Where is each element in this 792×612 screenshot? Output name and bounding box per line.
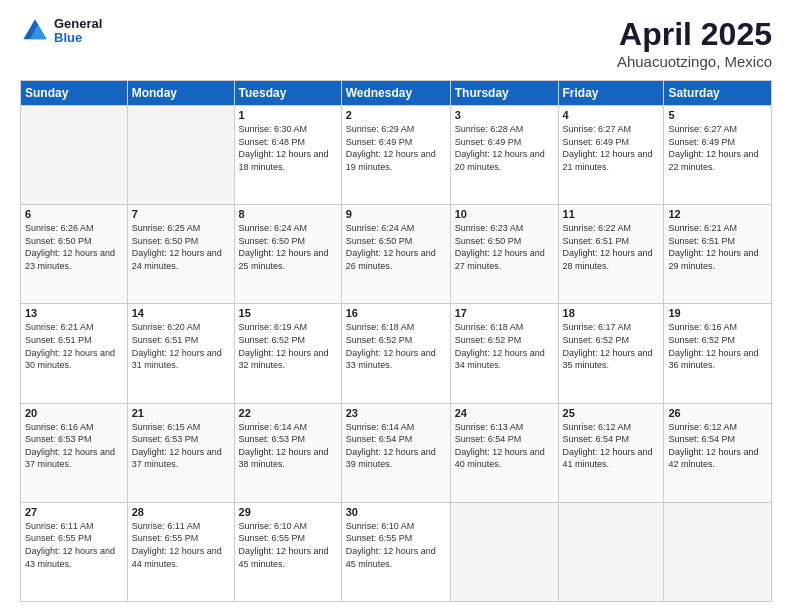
day-info: Sunrise: 6:16 AMSunset: 6:52 PMDaylight:… <box>668 321 767 371</box>
table-row: 29Sunrise: 6:10 AMSunset: 6:55 PMDayligh… <box>234 502 341 601</box>
col-saturday: Saturday <box>664 81 772 106</box>
day-info: Sunrise: 6:30 AMSunset: 6:48 PMDaylight:… <box>239 123 337 173</box>
day-info: Sunrise: 6:24 AMSunset: 6:50 PMDaylight:… <box>239 222 337 272</box>
day-number: 3 <box>455 109 554 121</box>
day-number: 12 <box>668 208 767 220</box>
day-number: 2 <box>346 109 446 121</box>
day-number: 17 <box>455 307 554 319</box>
day-number: 20 <box>25 407 123 419</box>
header: General Blue April 2025 Ahuacuotzingo, M… <box>20 16 772 70</box>
day-number: 27 <box>25 506 123 518</box>
day-number: 18 <box>563 307 660 319</box>
table-row: 26Sunrise: 6:12 AMSunset: 6:54 PMDayligh… <box>664 403 772 502</box>
day-number: 10 <box>455 208 554 220</box>
day-info: Sunrise: 6:26 AMSunset: 6:50 PMDaylight:… <box>25 222 123 272</box>
day-number: 11 <box>563 208 660 220</box>
table-row: 9Sunrise: 6:24 AMSunset: 6:50 PMDaylight… <box>341 205 450 304</box>
table-row: 27Sunrise: 6:11 AMSunset: 6:55 PMDayligh… <box>21 502 128 601</box>
table-row: 23Sunrise: 6:14 AMSunset: 6:54 PMDayligh… <box>341 403 450 502</box>
calendar-title: April 2025 <box>617 16 772 53</box>
day-info: Sunrise: 6:14 AMSunset: 6:54 PMDaylight:… <box>346 421 446 471</box>
table-row: 18Sunrise: 6:17 AMSunset: 6:52 PMDayligh… <box>558 304 664 403</box>
calendar-subtitle: Ahuacuotzingo, Mexico <box>617 53 772 70</box>
table-row: 1Sunrise: 6:30 AMSunset: 6:48 PMDaylight… <box>234 106 341 205</box>
day-number: 16 <box>346 307 446 319</box>
day-number: 5 <box>668 109 767 121</box>
day-info: Sunrise: 6:12 AMSunset: 6:54 PMDaylight:… <box>563 421 660 471</box>
table-row <box>664 502 772 601</box>
day-info: Sunrise: 6:21 AMSunset: 6:51 PMDaylight:… <box>668 222 767 272</box>
table-row: 28Sunrise: 6:11 AMSunset: 6:55 PMDayligh… <box>127 502 234 601</box>
table-row: 4Sunrise: 6:27 AMSunset: 6:49 PMDaylight… <box>558 106 664 205</box>
col-monday: Monday <box>127 81 234 106</box>
day-info: Sunrise: 6:11 AMSunset: 6:55 PMDaylight:… <box>25 520 123 570</box>
day-info: Sunrise: 6:23 AMSunset: 6:50 PMDaylight:… <box>455 222 554 272</box>
day-number: 13 <box>25 307 123 319</box>
table-row: 24Sunrise: 6:13 AMSunset: 6:54 PMDayligh… <box>450 403 558 502</box>
day-number: 1 <box>239 109 337 121</box>
logo-blue: Blue <box>54 31 102 45</box>
col-tuesday: Tuesday <box>234 81 341 106</box>
table-row: 17Sunrise: 6:18 AMSunset: 6:52 PMDayligh… <box>450 304 558 403</box>
day-number: 9 <box>346 208 446 220</box>
day-info: Sunrise: 6:28 AMSunset: 6:49 PMDaylight:… <box>455 123 554 173</box>
day-number: 4 <box>563 109 660 121</box>
table-row: 20Sunrise: 6:16 AMSunset: 6:53 PMDayligh… <box>21 403 128 502</box>
table-row: 6Sunrise: 6:26 AMSunset: 6:50 PMDaylight… <box>21 205 128 304</box>
calendar-header-row: Sunday Monday Tuesday Wednesday Thursday… <box>21 81 772 106</box>
col-friday: Friday <box>558 81 664 106</box>
table-row: 5Sunrise: 6:27 AMSunset: 6:49 PMDaylight… <box>664 106 772 205</box>
day-number: 26 <box>668 407 767 419</box>
logo-text: General Blue <box>54 17 102 46</box>
table-row: 25Sunrise: 6:12 AMSunset: 6:54 PMDayligh… <box>558 403 664 502</box>
page: General Blue April 2025 Ahuacuotzingo, M… <box>0 0 792 612</box>
table-row <box>558 502 664 601</box>
day-info: Sunrise: 6:11 AMSunset: 6:55 PMDaylight:… <box>132 520 230 570</box>
table-row: 16Sunrise: 6:18 AMSunset: 6:52 PMDayligh… <box>341 304 450 403</box>
logo-icon <box>20 16 50 46</box>
day-info: Sunrise: 6:17 AMSunset: 6:52 PMDaylight:… <box>563 321 660 371</box>
day-info: Sunrise: 6:29 AMSunset: 6:49 PMDaylight:… <box>346 123 446 173</box>
title-block: April 2025 Ahuacuotzingo, Mexico <box>617 16 772 70</box>
calendar-week-row: 27Sunrise: 6:11 AMSunset: 6:55 PMDayligh… <box>21 502 772 601</box>
day-info: Sunrise: 6:22 AMSunset: 6:51 PMDaylight:… <box>563 222 660 272</box>
table-row: 7Sunrise: 6:25 AMSunset: 6:50 PMDaylight… <box>127 205 234 304</box>
day-info: Sunrise: 6:27 AMSunset: 6:49 PMDaylight:… <box>668 123 767 173</box>
day-number: 23 <box>346 407 446 419</box>
table-row: 8Sunrise: 6:24 AMSunset: 6:50 PMDaylight… <box>234 205 341 304</box>
day-info: Sunrise: 6:18 AMSunset: 6:52 PMDaylight:… <box>455 321 554 371</box>
day-number: 14 <box>132 307 230 319</box>
table-row: 22Sunrise: 6:14 AMSunset: 6:53 PMDayligh… <box>234 403 341 502</box>
table-row: 15Sunrise: 6:19 AMSunset: 6:52 PMDayligh… <box>234 304 341 403</box>
day-info: Sunrise: 6:19 AMSunset: 6:52 PMDaylight:… <box>239 321 337 371</box>
day-number: 19 <box>668 307 767 319</box>
logo: General Blue <box>20 16 102 46</box>
calendar-week-row: 20Sunrise: 6:16 AMSunset: 6:53 PMDayligh… <box>21 403 772 502</box>
calendar-week-row: 6Sunrise: 6:26 AMSunset: 6:50 PMDaylight… <box>21 205 772 304</box>
col-wednesday: Wednesday <box>341 81 450 106</box>
day-number: 30 <box>346 506 446 518</box>
table-row: 14Sunrise: 6:20 AMSunset: 6:51 PMDayligh… <box>127 304 234 403</box>
table-row: 13Sunrise: 6:21 AMSunset: 6:51 PMDayligh… <box>21 304 128 403</box>
day-number: 7 <box>132 208 230 220</box>
table-row: 21Sunrise: 6:15 AMSunset: 6:53 PMDayligh… <box>127 403 234 502</box>
table-row: 3Sunrise: 6:28 AMSunset: 6:49 PMDaylight… <box>450 106 558 205</box>
day-number: 6 <box>25 208 123 220</box>
day-number: 29 <box>239 506 337 518</box>
day-info: Sunrise: 6:18 AMSunset: 6:52 PMDaylight:… <box>346 321 446 371</box>
day-info: Sunrise: 6:13 AMSunset: 6:54 PMDaylight:… <box>455 421 554 471</box>
calendar-week-row: 1Sunrise: 6:30 AMSunset: 6:48 PMDaylight… <box>21 106 772 205</box>
day-info: Sunrise: 6:16 AMSunset: 6:53 PMDaylight:… <box>25 421 123 471</box>
day-info: Sunrise: 6:15 AMSunset: 6:53 PMDaylight:… <box>132 421 230 471</box>
col-sunday: Sunday <box>21 81 128 106</box>
day-info: Sunrise: 6:10 AMSunset: 6:55 PMDaylight:… <box>346 520 446 570</box>
day-number: 15 <box>239 307 337 319</box>
day-number: 21 <box>132 407 230 419</box>
day-number: 24 <box>455 407 554 419</box>
logo-general: General <box>54 17 102 31</box>
calendar-week-row: 13Sunrise: 6:21 AMSunset: 6:51 PMDayligh… <box>21 304 772 403</box>
table-row: 11Sunrise: 6:22 AMSunset: 6:51 PMDayligh… <box>558 205 664 304</box>
table-row: 19Sunrise: 6:16 AMSunset: 6:52 PMDayligh… <box>664 304 772 403</box>
calendar-table: Sunday Monday Tuesday Wednesday Thursday… <box>20 80 772 602</box>
day-info: Sunrise: 6:25 AMSunset: 6:50 PMDaylight:… <box>132 222 230 272</box>
